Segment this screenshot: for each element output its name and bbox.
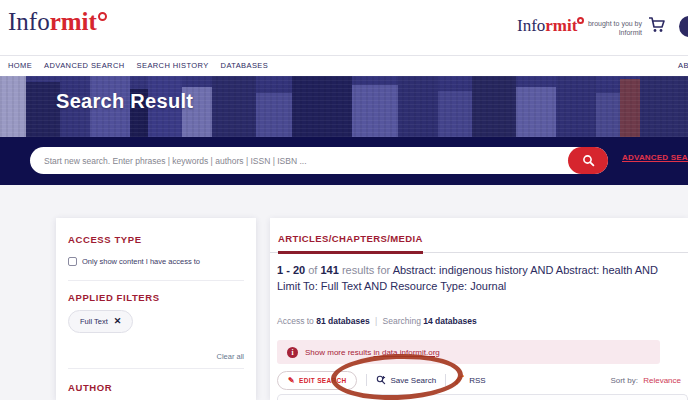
banner-link[interactable]: in data.informit.org xyxy=(373,348,439,357)
results-toolbar: ✎ EDIT SEARCH Save Search xyxy=(277,370,681,390)
save-search-icon xyxy=(376,375,386,385)
close-icon[interactable]: ✕ xyxy=(114,318,122,325)
filter-chip-full-text[interactable]: Full Text ✕ xyxy=(68,310,133,333)
shopping-cart-icon[interactable] xyxy=(648,16,666,34)
search-icon xyxy=(582,154,595,167)
header: Informit Informit brought to you by Info… xyxy=(0,0,688,56)
main-nav: HOME ADVANCED SEARCH SEARCH HISTORY DATA… xyxy=(0,56,688,76)
advanced-search-link[interactable]: ADVANCED SEARCH xyxy=(622,153,688,162)
sort-value-link[interactable]: Relevance xyxy=(643,376,681,385)
access-checkbox[interactable] xyxy=(68,257,77,266)
first-result-card-edge xyxy=(277,394,688,400)
informit-logo[interactable]: Informit xyxy=(8,8,107,36)
search-button[interactable] xyxy=(568,147,608,174)
sidebar-divider xyxy=(68,368,244,369)
results-summary: 1 - 20 of 141 results for Abstract: indi… xyxy=(277,262,677,294)
sort-by: Sort by: Relevance xyxy=(610,376,681,385)
access-type-heading: ACCESS TYPE xyxy=(68,234,142,245)
banner-text: Show more results in data.informit.org xyxy=(305,348,440,357)
logo-text-prefix: Info xyxy=(8,8,50,35)
db-searching-count: 14 databases xyxy=(423,316,476,326)
nav-item-right-partial[interactable]: AB xyxy=(678,61,688,70)
access-checkbox-row[interactable]: Only show content I have access to xyxy=(68,257,200,266)
author-heading: AUTHOR xyxy=(68,382,112,393)
clear-all-link[interactable]: Clear all xyxy=(216,352,244,361)
hero-banner: Search Result xyxy=(0,76,688,137)
logo-text-suffix: rmit xyxy=(50,8,97,35)
nav-item-advanced-search[interactable]: ADVANCED SEARCH xyxy=(44,61,124,70)
rss-button[interactable]: RSS xyxy=(455,375,485,385)
tab-bar: ARTICLES/CHAPTERS/MEDIA xyxy=(270,230,688,253)
filters-sidebar: ACCESS TYPE Only show content I have acc… xyxy=(56,218,256,400)
toolbar-divider xyxy=(445,374,446,386)
profile-icon[interactable] xyxy=(679,16,688,37)
nav-item-home[interactable]: HOME xyxy=(8,61,32,70)
page: Informit Informit brought to you by Info… xyxy=(0,0,688,400)
page-title: Search Result xyxy=(56,90,193,113)
info-icon: i xyxy=(287,347,298,358)
save-search-button[interactable]: Save Search xyxy=(376,375,436,385)
nav-item-search-history[interactable]: SEARCH HISTORY xyxy=(137,61,209,70)
brought-to-you-by: brought to you by Informit xyxy=(556,19,642,37)
results-range: 1 - 20 xyxy=(277,264,305,276)
applied-filters-heading: APPLIED FILTERS xyxy=(68,292,160,303)
results-panel: ARTICLES/CHAPTERS/MEDIA 1 - 20 of 141 re… xyxy=(270,218,688,400)
nav-item-databases[interactable]: DATABASES xyxy=(221,61,269,70)
info-banner: i Show more results in data.informit.org xyxy=(277,340,660,364)
search-bar xyxy=(30,147,608,174)
database-access-line: Access to 81 databases | Searching 14 da… xyxy=(277,316,477,326)
db-access-count: 81 databases xyxy=(316,316,369,326)
logo-ring-icon xyxy=(98,12,107,21)
toolbar-divider xyxy=(366,374,367,386)
results-total: 141 xyxy=(320,264,338,276)
pencil-icon: ✎ xyxy=(288,376,295,385)
rss-icon xyxy=(455,375,465,385)
sidebar-divider xyxy=(68,280,244,281)
edit-search-button[interactable]: ✎ EDIT SEARCH xyxy=(277,371,357,390)
tab-articles-chapters-media[interactable]: ARTICLES/CHAPTERS/MEDIA xyxy=(278,233,423,254)
search-input[interactable] xyxy=(30,156,568,166)
filter-chip-label: Full Text xyxy=(80,317,108,326)
access-checkbox-label: Only show content I have access to xyxy=(82,257,200,266)
search-band: ADVANCED SEARCH xyxy=(0,137,688,185)
